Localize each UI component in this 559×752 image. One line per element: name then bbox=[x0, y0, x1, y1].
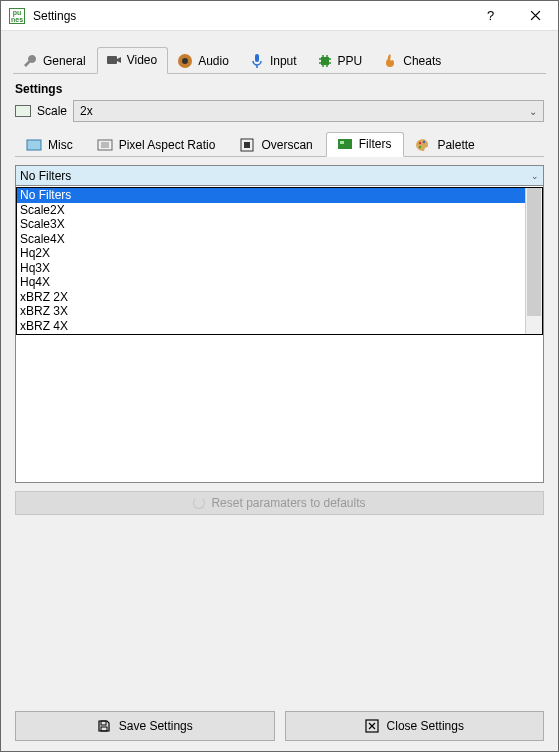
svg-point-13 bbox=[423, 140, 425, 142]
scale-label: Scale bbox=[37, 104, 67, 118]
tab-ppu[interactable]: PPU bbox=[308, 47, 374, 74]
spacer bbox=[13, 515, 546, 711]
list-scrollbar[interactable] bbox=[525, 188, 542, 334]
help-button[interactable]: ? bbox=[468, 1, 513, 31]
tab-video[interactable]: Video bbox=[97, 47, 168, 74]
reset-icon bbox=[193, 497, 205, 509]
tab-cheats[interactable]: Cheats bbox=[373, 47, 452, 74]
filter-combo-value: No Filters bbox=[20, 169, 71, 183]
dialog-body: General Video Audio Input bbox=[1, 31, 558, 751]
tab-general[interactable]: General bbox=[13, 47, 97, 74]
svg-point-2 bbox=[182, 58, 188, 64]
filter-option[interactable]: xBRZ 4X bbox=[17, 319, 525, 334]
overscan-icon bbox=[239, 138, 255, 152]
filters-icon bbox=[337, 137, 353, 151]
filters-panel: No Filters ⌄ No FiltersScale2XScale3XSca… bbox=[15, 165, 544, 483]
svg-rect-4 bbox=[321, 57, 329, 65]
svg-point-14 bbox=[419, 145, 421, 147]
chevron-down-icon: ⌄ bbox=[531, 171, 539, 181]
svg-rect-0 bbox=[107, 56, 117, 64]
sub-tab-label: Palette bbox=[437, 138, 474, 152]
save-label: Save Settings bbox=[119, 719, 193, 733]
app-icon: punes bbox=[9, 8, 25, 24]
sub-tab-label: Pixel Aspect Ratio bbox=[119, 138, 216, 152]
window-title: Settings bbox=[33, 9, 468, 23]
filter-option[interactable]: Hq3X bbox=[17, 261, 525, 276]
camera-icon bbox=[106, 52, 122, 68]
svg-rect-11 bbox=[340, 141, 344, 144]
filter-option[interactable]: No Filters bbox=[17, 188, 525, 203]
filter-option[interactable]: Scale2X bbox=[17, 203, 525, 218]
filter-option[interactable]: Hq2X bbox=[17, 246, 525, 261]
scale-select[interactable]: 2x ⌄ bbox=[73, 100, 544, 122]
settings-window: punes Settings ? General Video bbox=[0, 0, 559, 752]
tab-label: General bbox=[43, 54, 86, 68]
reset-defaults-button[interactable]: Reset paramaters to defaults bbox=[15, 491, 544, 515]
tab-input[interactable]: Input bbox=[240, 47, 308, 74]
scrollbar-thumb[interactable] bbox=[527, 188, 541, 316]
tab-label: PPU bbox=[338, 54, 363, 68]
sub-tab-overscan[interactable]: Overscan bbox=[228, 132, 325, 157]
tab-label: Cheats bbox=[403, 54, 441, 68]
misc-icon bbox=[26, 138, 42, 152]
sub-tab-palette[interactable]: Palette bbox=[404, 132, 487, 157]
close-box-icon bbox=[365, 719, 379, 733]
filter-option[interactable]: Scale3X bbox=[17, 217, 525, 232]
wrench-icon bbox=[22, 53, 38, 69]
tab-label: Input bbox=[270, 54, 297, 68]
filter-list-items: No FiltersScale2XScale3XScale4XHq2XHq3XH… bbox=[17, 188, 525, 334]
svg-rect-5 bbox=[27, 140, 41, 150]
svg-point-12 bbox=[419, 141, 421, 143]
filter-dropdown-list: No FiltersScale2XScale3XScale4XHq2XHq3XH… bbox=[16, 187, 543, 335]
settings-header: Settings bbox=[15, 82, 546, 96]
tab-label: Video bbox=[127, 53, 157, 67]
scale-icon bbox=[15, 105, 31, 117]
svg-rect-3 bbox=[255, 54, 259, 62]
sub-tab-par[interactable]: Pixel Aspect Ratio bbox=[86, 132, 229, 157]
close-icon bbox=[530, 10, 541, 21]
chevron-down-icon: ⌄ bbox=[529, 106, 537, 117]
chip-icon bbox=[317, 53, 333, 69]
speaker-icon bbox=[177, 53, 193, 69]
svg-rect-7 bbox=[101, 142, 109, 148]
sub-tab-label: Overscan bbox=[261, 138, 312, 152]
sub-tab-label: Filters bbox=[359, 137, 392, 151]
filter-combo[interactable]: No Filters ⌄ bbox=[16, 166, 543, 186]
filter-option[interactable]: xBRZ 2X bbox=[17, 290, 525, 305]
save-icon bbox=[97, 719, 111, 733]
filter-option[interactable]: Scale4X bbox=[17, 232, 525, 247]
tab-label: Audio bbox=[198, 54, 229, 68]
scale-row: Scale 2x ⌄ bbox=[15, 100, 544, 122]
flame-icon bbox=[382, 53, 398, 69]
save-settings-button[interactable]: Save Settings bbox=[15, 711, 275, 741]
aspect-icon bbox=[97, 138, 113, 152]
reset-label: Reset paramaters to defaults bbox=[211, 496, 365, 510]
titlebar: punes Settings ? bbox=[1, 1, 558, 31]
sub-tab-label: Misc bbox=[48, 138, 73, 152]
filter-option[interactable]: xBRZ 3X bbox=[17, 304, 525, 319]
svg-rect-9 bbox=[244, 142, 250, 148]
sub-tab-filters[interactable]: Filters bbox=[326, 132, 405, 157]
bottom-button-row: Save Settings Close Settings bbox=[13, 711, 546, 743]
close-label: Close Settings bbox=[387, 719, 464, 733]
sub-tab-misc[interactable]: Misc bbox=[15, 132, 86, 157]
scale-value: 2x bbox=[80, 104, 93, 118]
filter-option[interactable]: Hq4X bbox=[17, 275, 525, 290]
window-close-button[interactable] bbox=[513, 1, 558, 31]
microphone-icon bbox=[249, 53, 265, 69]
palette-icon bbox=[415, 138, 431, 152]
main-tab-strip: General Video Audio Input bbox=[13, 47, 546, 74]
tab-audio[interactable]: Audio bbox=[168, 47, 240, 74]
close-settings-button[interactable]: Close Settings bbox=[285, 711, 545, 741]
video-sub-tab-strip: Misc Pixel Aspect Ratio Overscan Filters bbox=[15, 132, 544, 157]
